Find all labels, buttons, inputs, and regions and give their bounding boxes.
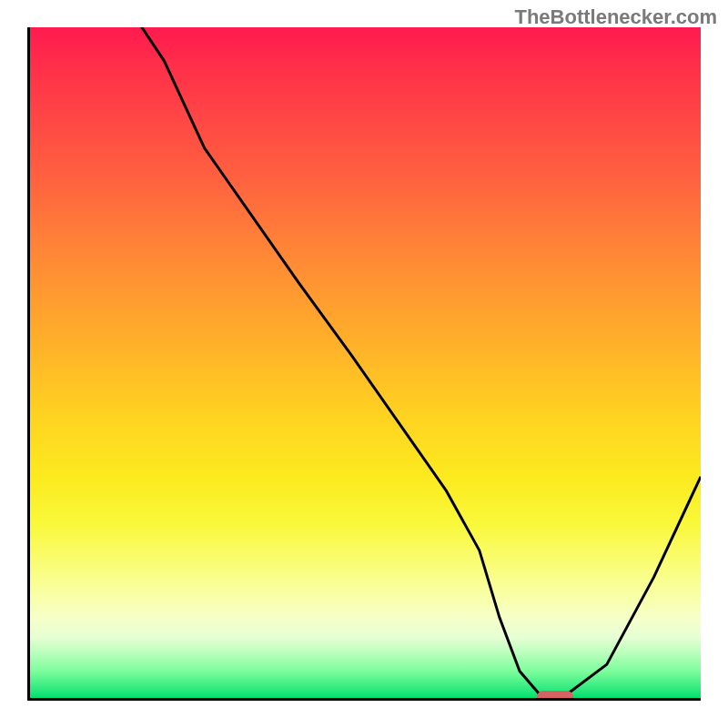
attribution-text: TheBottlenecker.com: [514, 5, 717, 29]
bottleneck-chart: TheBottlenecker.com: [0, 0, 728, 728]
optimal-marker: [537, 691, 573, 701]
plot-area: [27, 27, 701, 701]
bottleneck-curve: [30, 27, 701, 698]
